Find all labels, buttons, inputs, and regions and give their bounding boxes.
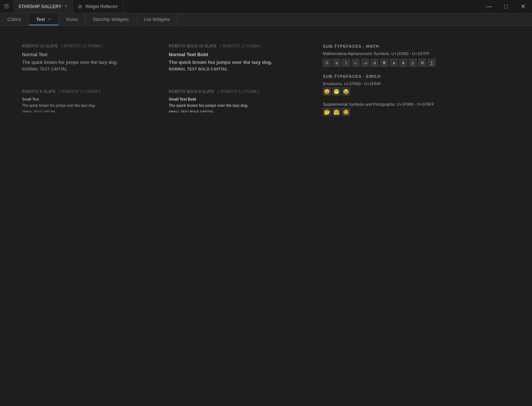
minimize-button[interactable]: — (481, 0, 498, 13)
normal-text-bold-capital: NORMAL TEXT BOLD CAPITAL (169, 67, 308, 71)
emoji-symbol: 😂 (342, 87, 350, 95)
emoticons-desc: Emoticons, U+1F600 - U+1F64F (323, 81, 517, 86)
small-text-bold-capital: SMALL TEXT BOLD CAPITAL (169, 110, 308, 113)
normal-text-bold-header: ROBOTO BOLD 10 SLATE [ ROBOTO 13 FIGMA ] (169, 44, 308, 48)
title-tab-starship-gallery[interactable]: STARSHIP GALLERY ✕ (13, 0, 73, 13)
supplemental-group: Supplemental Symbols and Pictographs, U+… (323, 102, 517, 116)
normal-text-bold-section: ROBOTO BOLD 10 SLATE [ ROBOTO 13 FIGMA ]… (169, 44, 308, 71)
math-symbol: 𝕒 (332, 59, 340, 67)
window-controls: — □ ✕ (481, 0, 532, 13)
supplemental-symbols-row: 🤔 🤗 🤩 (323, 108, 517, 116)
normal-text-label: Normal Text (22, 52, 154, 57)
math-symbol: 𝕬 (380, 59, 388, 67)
small-text-capital: SMALL TEXT CAPITAL (22, 110, 154, 113)
tab-starship-widgets[interactable]: Starship Widgets (85, 13, 136, 25)
normal-text-section: ROBOTO 10 SLATE [ ROBOTO 13 FIGMA ] Norm… (22, 44, 154, 71)
emoticons-symbols-row: 😀 😁 😂 (323, 87, 517, 95)
small-text-label: Small Text (22, 97, 154, 101)
math-symbol: 𝟒 (399, 59, 407, 67)
emoji-subtypeface-title: SUB-TYPEFACES - EMOJI (323, 74, 517, 79)
math-symbol: 𝑨 (371, 59, 379, 67)
math-symbol: 𝔸 (323, 59, 331, 67)
small-text-bold-header: ROBOTO BOLD 8 SLATE [ ROBOTO 11 FIGMA ] (169, 90, 308, 94)
math-symbol: 𝖆 (390, 59, 398, 67)
tab-starship-widgets-label: Starship Widgets (93, 17, 129, 22)
supplemental-desc: Supplemental Symbols and Pictographs, U+… (323, 102, 517, 106)
math-symbol: ∑ (428, 59, 436, 67)
math-symbol: 𝟙 (342, 59, 350, 67)
math-symbol: 𝛽 (409, 59, 417, 67)
maximize-button[interactable]: □ (498, 0, 514, 13)
tab-icons[interactable]: Icons (59, 13, 85, 25)
emoji-symbol: 🤗 (332, 108, 340, 116)
close-button[interactable]: ✕ (514, 0, 531, 13)
math-symbol: ℵ (418, 59, 426, 67)
emoji-symbol: 🤩 (342, 108, 350, 116)
title-tab-label: STARSHIP GALLERY (18, 4, 61, 9)
math-symbol: 𝛼 (351, 59, 360, 67)
normal-text-capital: NORMAL TEXT CAPITAL (22, 67, 154, 71)
normal-text-bold-paragraph: The quick brown fox jumps over the lazy … (169, 59, 308, 65)
small-text-bold-paragraph: The quick brown fox jumps over the lazy … (169, 104, 308, 108)
mid-column: ROBOTO BOLD 10 SLATE [ ROBOTO 13 FIGMA ]… (154, 29, 308, 123)
tab-list-widgets-label: List Widgets (144, 17, 170, 22)
emoji-symbol: 🤔 (323, 108, 331, 116)
emoticons-group: Emoticons, U+1F600 - U+1F64F 😀 😁 😂 (323, 81, 517, 95)
title-tabs: STARSHIP GALLERY ✕ ⊞ Widget Reflector (13, 0, 481, 13)
title-tab-label: Widget Reflector (85, 4, 118, 9)
math-subtypeface-section: SUB-TYPEFACES - MATH Mathematical Alphan… (323, 44, 517, 67)
small-text-bold-label: Small Text Bold (169, 97, 308, 101)
main-content: ROBOTO 10 SLATE [ ROBOTO 13 FIGMA ] Norm… (0, 26, 532, 127)
left-column: ROBOTO 10 SLATE [ ROBOTO 13 FIGMA ] Norm… (0, 29, 154, 123)
small-text-paragraph: The quick brown fox jumps over the lazy … (22, 104, 154, 108)
tab-text-close[interactable]: ✕ (48, 17, 51, 22)
tab-colors[interactable]: Colors (0, 13, 29, 25)
emoji-subtypeface-section: SUB-TYPEFACES - EMOJI Emoticons, U+1F600… (323, 74, 517, 116)
normal-text-paragraph: The quick brown fox jumps over the lazy … (22, 59, 154, 65)
title-tab-widget-reflector[interactable]: ⊞ Widget Reflector (73, 0, 123, 13)
title-tab-close[interactable]: ✕ (64, 4, 68, 9)
normal-text-header: ROBOTO 10 SLATE [ ROBOTO 13 FIGMA ] (22, 44, 154, 48)
emoji-symbol: 😁 (332, 87, 340, 95)
right-column: SUB-TYPEFACES - MATH Mathematical Alphan… (308, 29, 532, 123)
tab-text[interactable]: Text ✕ (29, 13, 59, 25)
normal-text-bold-label: Normal Text Bold (169, 52, 308, 57)
math-subtypeface-title: SUB-TYPEFACES - MATH (323, 44, 517, 48)
tab-icons-label: Icons (66, 17, 77, 22)
app-logo: ⑪ (0, 0, 13, 13)
emoji-symbol: 😀 (323, 87, 331, 95)
content-tabs-bar: Colors Text ✕ Icons Starship Widgets Lis… (0, 13, 532, 26)
small-text-bold-section: ROBOTO BOLD 8 SLATE [ ROBOTO 11 FIGMA ] … (169, 90, 308, 113)
title-bar: ⑪ STARSHIP GALLERY ✕ ⊞ Widget Reflector … (0, 0, 532, 13)
math-symbols-row: 𝔸 𝕒 𝟙 𝛼 𝒜 𝑨 𝕬 𝖆 𝟒 𝛽 ℵ ∑ (323, 59, 517, 67)
tab-list-widgets[interactable]: List Widgets (136, 13, 178, 25)
widget-reflector-icon: ⊞ (78, 4, 82, 9)
tab-text-label: Text (36, 17, 45, 22)
math-symbol: 𝒜 (361, 59, 369, 67)
small-text-header: ROBOTO 8 SLATE [ ROBOTO 11 FIGMA ] (22, 90, 154, 94)
tab-colors-label: Colors (7, 17, 21, 22)
small-text-section: ROBOTO 8 SLATE [ ROBOTO 11 FIGMA ] Small… (22, 90, 154, 113)
math-subtypeface-desc: Mathematical Alphanumeric Symbols, U+1D4… (323, 51, 517, 56)
